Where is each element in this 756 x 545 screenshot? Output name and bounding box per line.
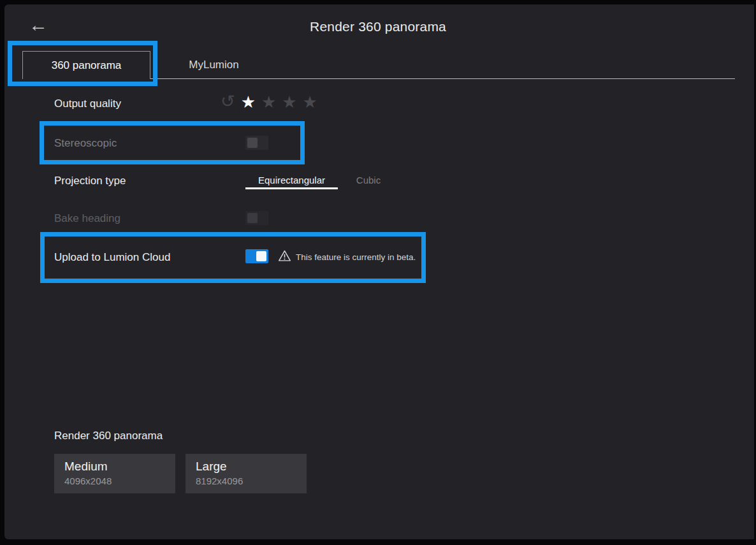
size-label: Large xyxy=(196,460,307,474)
upload-cloud-label: Upload to Lumion Cloud xyxy=(54,251,170,264)
toggle-knob xyxy=(256,251,266,261)
stereoscopic-toggle[interactable] xyxy=(245,136,268,150)
quality-star-1[interactable]: ★ xyxy=(241,94,256,110)
projection-type-label: Projection type xyxy=(54,175,126,187)
bake-heading-label: Bake heading xyxy=(54,212,120,225)
upload-cloud-toggle[interactable] xyxy=(245,249,268,263)
tabs-underline xyxy=(150,78,735,79)
toggle-knob xyxy=(247,138,258,148)
toggle-knob xyxy=(247,213,258,223)
size-resolution: 8192x4096 xyxy=(196,476,307,486)
page-title: Render 360 panorama xyxy=(0,19,756,34)
output-quality-control: ↺ ★ ★ ★ ★ xyxy=(221,93,317,110)
beta-note: This feature is currently in beta. xyxy=(296,252,416,262)
size-resolution: 4096x2048 xyxy=(64,476,175,486)
quality-star-4[interactable]: ★ xyxy=(303,94,317,110)
render-large-button[interactable]: Large 8192x4096 xyxy=(185,454,307,493)
reset-quality-icon[interactable]: ↺ xyxy=(221,93,235,110)
quality-star-2[interactable]: ★ xyxy=(261,94,276,110)
quality-star-3[interactable]: ★ xyxy=(282,94,296,110)
size-label: Medium xyxy=(64,460,175,474)
projection-option-cubic[interactable]: Cubic xyxy=(349,175,388,185)
tab-mylumion[interactable]: MyLumion xyxy=(158,51,270,79)
projection-selected-underline xyxy=(245,187,338,189)
output-quality-label: Output quality xyxy=(54,98,121,110)
tab-360-panorama[interactable]: 360 panorama xyxy=(22,51,150,79)
footer-heading: Render 360 panorama xyxy=(54,430,163,442)
projection-option-equirectangular[interactable]: Equirectangular xyxy=(245,175,338,185)
stereoscopic-label: Stereoscopic xyxy=(54,137,117,150)
warning-icon xyxy=(278,249,291,265)
bake-heading-toggle[interactable] xyxy=(245,211,268,225)
render-medium-button[interactable]: Medium 4096x2048 xyxy=(54,454,175,493)
